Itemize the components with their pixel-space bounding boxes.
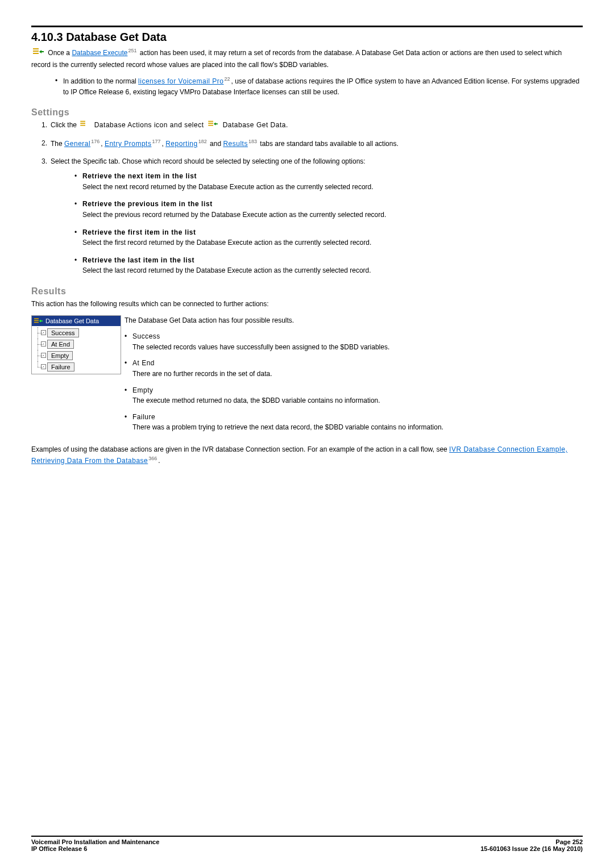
opt-next: Retrieve the next item in the list Selec… <box>74 171 583 192</box>
opt4-title: Retrieve the last item in the list <box>82 256 194 264</box>
opt-last: Retrieve the last item in the list Selec… <box>74 255 583 276</box>
intro-pre: Once a <box>48 49 72 57</box>
opt2-title: Retrieve the previous item in the list <box>82 200 213 208</box>
svg-rect-4 <box>81 123 86 124</box>
tree-item: · At End <box>35 339 121 350</box>
db-actions-icon <box>80 120 90 131</box>
result-at-end: At End There are no further records in t… <box>125 358 583 379</box>
svg-rect-5 <box>81 125 86 126</box>
tree-header: Database Get Data <box>32 316 121 326</box>
settings-steps: 1. Click the Database Actions icon and s… <box>31 120 583 276</box>
tree-item-label: Success <box>47 328 79 337</box>
example-pre: Examples of using the database actions a… <box>31 445 449 453</box>
database-execute-link[interactable]: Database Execute <box>72 49 127 57</box>
db-getdata-icon-3 <box>34 317 43 325</box>
intro-paragraph: Once a Database Execute251 action has be… <box>31 47 583 70</box>
opt-previous: Retrieve the previous item in the list S… <box>74 199 583 220</box>
svg-rect-7 <box>209 123 214 124</box>
example-paragraph: Examples of using the database actions a… <box>31 444 583 466</box>
opt-first: Retrieve the first item in the list Sele… <box>74 227 583 248</box>
result-empty: Empty The execute method returned no dat… <box>125 385 583 406</box>
db-getdata-icon-2 <box>208 120 219 131</box>
step2-sup-reporting: 182 <box>198 139 207 144</box>
svg-rect-1 <box>33 51 39 52</box>
page-footer: Voicemail Pro Installation and Maintenan… <box>31 836 583 852</box>
results-row: Database Get Data · Success · At End · E… <box>31 315 583 439</box>
tree-item-label: At End <box>47 340 74 349</box>
opt3-body: Select the first record returned by the … <box>82 239 371 247</box>
svg-rect-9 <box>34 318 39 319</box>
license-list: In addition to the normal licenses for V… <box>31 76 583 97</box>
footer-right2: 15-601063 Issue 22e (16 May 2010) <box>480 845 583 852</box>
footer-left2: IP Office Release 6 <box>31 845 87 852</box>
example-sup: 366 <box>148 456 157 461</box>
step2-pre: The <box>51 140 64 148</box>
license-bullet: In addition to the normal licenses for V… <box>55 76 583 97</box>
results-intro: This action has the following results wh… <box>31 299 583 310</box>
res-atend-body: There are no further records in the set … <box>132 370 272 378</box>
res-success-body: The selected records values have success… <box>132 343 389 351</box>
tree-item: · Success <box>35 327 121 339</box>
step-3: 3. Select the Specific tab. Chose which … <box>42 156 583 276</box>
page-title: 4.10.3 Database Get Data <box>31 31 583 44</box>
res-empty-body: The execute method returned no data, the… <box>132 397 380 404</box>
results-text: The Database Get Data action has four po… <box>121 315 583 439</box>
res-success-title: Success <box>132 332 160 340</box>
reporting-link[interactable]: Reporting <box>165 140 198 148</box>
tree-item-label: Empty <box>47 351 73 360</box>
step2-post: tabs are standard tabs available to all … <box>258 140 399 148</box>
svg-rect-2 <box>33 53 39 54</box>
res-atend-title: At End <box>132 359 155 367</box>
results-heading: Results <box>31 286 583 297</box>
tree-item: · Empty <box>35 350 121 361</box>
tree-item: · Failure <box>35 361 121 373</box>
results-link[interactable]: Results <box>223 140 248 148</box>
res-failure-body: There was a problem trying to retrieve t… <box>132 423 443 431</box>
top-rule <box>31 26 583 27</box>
step2-sup-general: 176 <box>91 139 99 144</box>
retrieve-options: Retrieve the next item in the list Selec… <box>51 171 583 276</box>
result-failure: Failure There was a problem trying to re… <box>125 412 583 433</box>
step1-post: Database Get Data. <box>223 121 288 129</box>
tree-head-label: Database Get Data <box>45 318 99 324</box>
db-getdata-icon <box>33 47 44 60</box>
license-pre: In addition to the normal <box>63 77 138 85</box>
opt4-body: Select the last record returned by the D… <box>82 266 371 274</box>
entry-prompts-link[interactable]: Entry Prompts <box>105 140 152 148</box>
example-post: . <box>158 457 160 465</box>
step-1: 1. Click the Database Actions icon and s… <box>42 120 583 131</box>
license-sup: 22 <box>224 76 230 82</box>
svg-rect-6 <box>209 121 214 122</box>
svg-rect-3 <box>81 121 86 122</box>
opt1-body: Select the next record returned by the D… <box>82 183 374 191</box>
step2-sup-entry: 177 <box>152 139 160 144</box>
result-success: Success The selected records values have… <box>125 331 583 352</box>
res-failure-title: Failure <box>132 413 155 421</box>
step1-mid: Database Actions icon and select <box>94 121 206 129</box>
svg-rect-0 <box>33 48 39 49</box>
tree-item-label: Failure <box>47 362 74 372</box>
svg-rect-10 <box>34 320 39 321</box>
opt2-body: Select the previous record returned by t… <box>82 211 386 219</box>
step-2: 2. The General176, Entry Prompts177, Rep… <box>42 138 583 149</box>
general-link[interactable]: General <box>64 140 90 148</box>
res-empty-title: Empty <box>132 386 154 394</box>
results-lead: The Database Get Data action has four po… <box>125 315 583 326</box>
footer-right1: Page 252 <box>555 838 583 845</box>
results-tree-panel: Database Get Data · Success · At End · E… <box>31 315 121 374</box>
step2-sup-results: 183 <box>248 139 257 144</box>
step3-text: Select the Specific tab. Chose which rec… <box>51 157 366 165</box>
settings-heading: Settings <box>31 107 583 118</box>
opt3-title: Retrieve the first item in the list <box>82 228 196 236</box>
intro-sup1: 251 <box>128 48 136 53</box>
svg-rect-11 <box>34 322 39 323</box>
licenses-link[interactable]: licenses for Voicemail Pro <box>138 77 223 85</box>
step1-pre: Click the <box>51 121 78 129</box>
svg-rect-8 <box>209 125 214 126</box>
tree-body: · Success · At End · Empty · Failure <box>32 326 121 374</box>
opt1-title: Retrieve the next item in the list <box>82 172 197 180</box>
footer-left1: Voicemail Pro Installation and Maintenan… <box>31 838 159 845</box>
